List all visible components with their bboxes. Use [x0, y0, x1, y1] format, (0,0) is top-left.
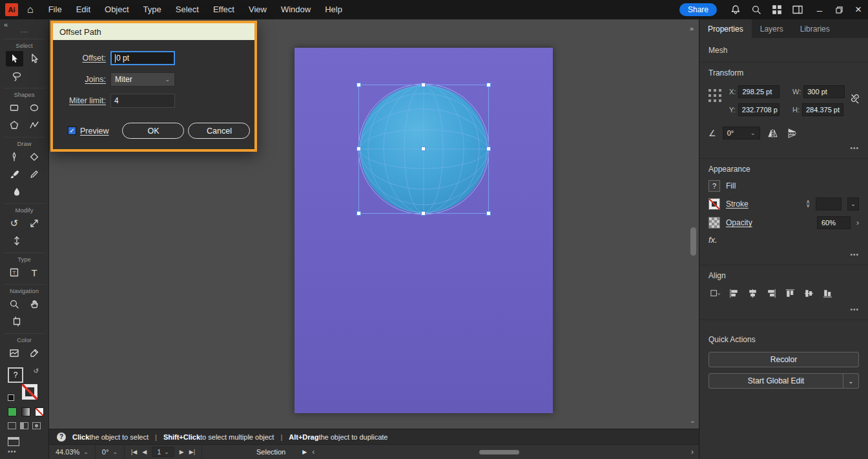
rotation-angle-select[interactable]: 0° ⌄ [723, 127, 760, 139]
offset-input[interactable]: 0 pt [110, 51, 175, 65]
collapse-tools-icon[interactable]: « [4, 21, 8, 28]
none-button[interactable] [35, 407, 44, 416]
type-tool[interactable]: T [26, 265, 43, 280]
stroke-weight-input[interactable] [816, 198, 842, 210]
horizontal-scrollbar[interactable]: ‹ › [307, 445, 699, 459]
menu-file[interactable]: File [41, 0, 69, 19]
draw-behind-icon[interactable] [20, 422, 28, 429]
tab-properties[interactable]: Properties [699, 19, 752, 38]
handle-top-left[interactable] [356, 83, 361, 87]
lasso-tool[interactable] [8, 68, 25, 84]
scale-tool[interactable] [26, 216, 43, 231]
expand-panel-icon[interactable]: » [690, 25, 694, 32]
align-more-options[interactable]: ••• [708, 306, 859, 313]
swap-fill-stroke-icon[interactable]: ↺ [34, 367, 39, 374]
menu-object[interactable]: Object [98, 0, 136, 19]
swatches-tool[interactable] [6, 345, 23, 361]
paintbrush-tool[interactable] [6, 167, 23, 182]
next-artboard-button[interactable]: ▶ [180, 449, 184, 455]
stroke-color-swatch[interactable] [708, 198, 720, 210]
handle-middle-left[interactable] [356, 147, 361, 151]
align-center-button[interactable] [746, 287, 759, 300]
fx-button[interactable]: fx. [708, 235, 859, 245]
pen-tool[interactable] [6, 149, 23, 165]
constrain-proportions-link-icon[interactable] [850, 93, 860, 106]
selection-tool[interactable] [6, 51, 23, 66]
transform-more-options[interactable]: ••• [708, 145, 859, 152]
home-icon[interactable]: ⌂ [27, 4, 34, 15]
share-button[interactable]: Share [679, 3, 717, 16]
knife-tool[interactable] [26, 149, 43, 165]
shaper-tool[interactable] [26, 117, 43, 133]
cancel-button[interactable]: Cancel [188, 123, 250, 139]
minimize-button[interactable]: – [810, 0, 829, 19]
status-flyout-icon[interactable]: ▶ [302, 449, 307, 455]
artboard[interactable] [294, 48, 553, 413]
horizontal-scrollbar-thumb[interactable] [479, 450, 519, 454]
artboard-tool[interactable] [8, 314, 25, 329]
align-middle-button[interactable] [802, 287, 815, 300]
zoom-tool[interactable] [6, 296, 23, 312]
artboard-number-select[interactable]: 1 ⌄ [152, 447, 174, 457]
handle-top-right[interactable] [486, 83, 491, 87]
first-artboard-button[interactable]: |◀ [131, 449, 137, 455]
handle-bottom-left[interactable] [356, 211, 361, 216]
notifications-bell-icon[interactable] [727, 1, 744, 18]
stroke-weight-stepper[interactable]: ∧ ∨ [806, 200, 810, 208]
dialog-title[interactable]: Offset Path [53, 23, 254, 40]
rotation-select[interactable]: 0° ⌄ [96, 445, 125, 459]
gradient-button[interactable] [21, 407, 30, 416]
w-input[interactable]: 300 pt [803, 85, 845, 98]
scroll-down-icon[interactable]: ⌄ [690, 416, 696, 425]
last-artboard-button[interactable]: ▶| [189, 449, 195, 455]
selection-bounding-box[interactable] [358, 85, 489, 214]
hand-tool[interactable] [26, 296, 43, 312]
vertical-scrollbar-thumb[interactable] [690, 227, 696, 256]
pencil-tool[interactable] [26, 167, 43, 182]
opacity-label[interactable]: Opacity [726, 218, 752, 227]
stroke-label[interactable]: Stroke [726, 199, 749, 209]
align-right-button[interactable] [765, 287, 778, 300]
preview-checkbox[interactable]: ✓ Preview [68, 127, 108, 136]
menu-select[interactable]: Select [169, 0, 206, 19]
appearance-more-options[interactable]: ••• [708, 251, 859, 258]
scroll-left-icon[interactable]: ‹ [312, 447, 315, 456]
rotate-tool[interactable]: ↺ [6, 216, 23, 231]
draw-inside-icon[interactable] [32, 422, 41, 429]
handle-top-middle[interactable] [421, 83, 426, 87]
align-left-button[interactable] [727, 287, 740, 300]
tab-layers[interactable]: Layers [752, 19, 792, 38]
reference-point-locator[interactable] [708, 89, 723, 103]
opacity-swatch[interactable] [708, 217, 720, 229]
menu-effect[interactable]: Effect [206, 0, 242, 19]
ellipse-tool[interactable] [26, 100, 43, 116]
ok-button[interactable]: OK [122, 123, 184, 139]
menu-window[interactable]: Window [274, 0, 318, 19]
eyedropper-tool[interactable] [26, 345, 43, 361]
handle-bottom-right[interactable] [486, 211, 491, 216]
fill-label[interactable]: Fill [726, 181, 736, 190]
align-bottom-button[interactable] [821, 287, 834, 300]
scroll-right-icon[interactable]: › [691, 447, 694, 456]
recolor-button[interactable]: Recolor [708, 352, 859, 367]
offset-label[interactable]: Offset: [59, 54, 106, 63]
width-tool[interactable] [8, 233, 25, 249]
stroke-weight-dropdown[interactable]: ⌄ [847, 198, 859, 210]
draw-normal-icon[interactable] [8, 422, 16, 429]
default-fill-stroke-icon[interactable] [8, 394, 14, 401]
close-button[interactable]: × [849, 0, 868, 19]
restore-button[interactable] [829, 0, 849, 19]
h-input[interactable]: 284.375 pt [802, 103, 843, 116]
panel-drag-handle[interactable]: ⋯ [21, 30, 28, 35]
menu-edit[interactable]: Edit [69, 0, 98, 19]
joins-select[interactable]: Miter ⌄ [110, 72, 175, 87]
x-input[interactable]: 298.25 pt [738, 85, 780, 98]
panel-layout-button[interactable] [789, 1, 806, 18]
rectangle-tool[interactable] [6, 100, 23, 116]
handle-middle-right[interactable] [486, 147, 491, 151]
direct-selection-tool[interactable] [26, 51, 43, 66]
tab-libraries[interactable]: Libraries [792, 19, 838, 38]
previous-artboard-button[interactable]: ◀ [142, 449, 147, 455]
stepper-down-icon[interactable]: ∨ [806, 204, 810, 208]
menu-type[interactable]: Type [136, 0, 169, 19]
